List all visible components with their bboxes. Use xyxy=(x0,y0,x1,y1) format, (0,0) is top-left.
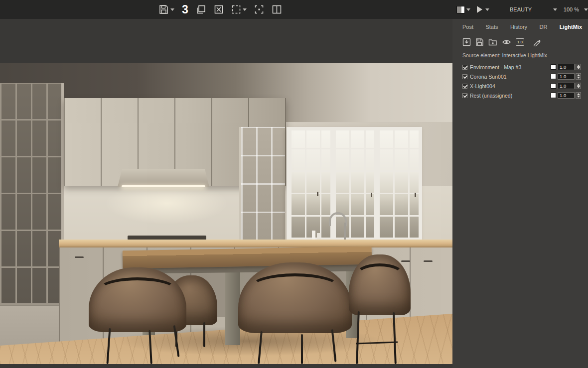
compare-button[interactable] xyxy=(272,4,282,14)
reset-values-badge: 1.0 xyxy=(517,40,523,44)
chair-leg xyxy=(203,322,205,347)
spinner-up-icon[interactable] xyxy=(577,93,580,95)
lightmix-layer-row: Rest (unassigned) 1.0 xyxy=(452,91,588,100)
render-viewport[interactable] xyxy=(0,19,452,368)
layer-color-swatch[interactable] xyxy=(551,83,556,89)
window-mullions xyxy=(290,130,330,239)
duplicate-icon xyxy=(196,4,206,14)
save-lightmix-icon xyxy=(475,38,484,46)
window-mullions xyxy=(378,130,419,239)
layer-intensity-input[interactable]: 1.0 xyxy=(558,83,575,89)
compare-icon xyxy=(272,4,282,14)
zoom-value: 100 % xyxy=(564,6,579,12)
layer-intensity-input[interactable]: 1.0 xyxy=(558,73,575,80)
render-image xyxy=(0,63,452,364)
layer-checkbox[interactable] xyxy=(462,93,467,98)
region-render-icon xyxy=(231,4,241,14)
zoom-caret xyxy=(584,8,588,11)
layer-checkbox[interactable] xyxy=(462,74,467,79)
layer-name: Corona Sun001 xyxy=(470,74,551,80)
window-pane-left xyxy=(290,130,330,239)
reset-values-button[interactable]: 1.0 xyxy=(516,38,524,46)
load-lightmix-button[interactable] xyxy=(488,38,497,46)
chair-trim xyxy=(249,273,341,302)
window-handles xyxy=(317,192,318,196)
layer-intensity-input[interactable]: 1.0 xyxy=(558,64,575,70)
layer-color-swatch[interactable] xyxy=(551,64,556,70)
tab-lightmix[interactable]: LightMix xyxy=(560,24,582,30)
fit-view-icon xyxy=(254,4,264,14)
tab-stats[interactable]: Stats xyxy=(485,24,498,30)
zoom-select[interactable]: 100 % xyxy=(564,6,588,12)
pick-light-button[interactable] xyxy=(533,38,542,46)
tab-post[interactable]: Post xyxy=(462,24,473,30)
fit-view-button[interactable] xyxy=(254,4,264,14)
layer-intensity-input[interactable]: 1.0 xyxy=(558,92,575,99)
lightmix-layer-list: Environment - Map #3 1.0 Corona Sun001 1… xyxy=(452,58,588,100)
layer-checkbox[interactable] xyxy=(462,84,467,89)
layer-intensity-spinner[interactable] xyxy=(576,92,581,99)
load-lightmix-icon xyxy=(488,38,497,46)
layer-intensity-spinner[interactable] xyxy=(576,73,581,80)
clear-button[interactable] xyxy=(214,4,224,14)
chair-trim xyxy=(98,277,177,303)
counter-items xyxy=(312,231,315,241)
layer-name: Environment - Map #3 xyxy=(470,64,551,70)
spinner-up-icon[interactable] xyxy=(577,84,580,86)
chair-trim xyxy=(355,263,405,287)
corona-vfb-window: 3 xyxy=(0,0,588,368)
color-swatch xyxy=(456,6,465,13)
kitchen-hood-light-strip xyxy=(122,185,205,187)
lightmix-layer-row: Environment - Map #3 1.0 xyxy=(452,62,588,72)
kitchen-window xyxy=(287,127,422,243)
layer-color-swatch[interactable] xyxy=(551,93,556,98)
save-dropdown-caret[interactable] xyxy=(170,8,174,11)
clear-icon xyxy=(214,4,224,14)
layer-color-swatch[interactable] xyxy=(551,74,556,79)
lightmix-layer-row: X-Light004 1.0 xyxy=(452,81,588,91)
window-pane-right xyxy=(378,130,419,239)
toolbar-right-group: BEAUTY 100 % xyxy=(454,0,588,19)
save-icon xyxy=(158,4,169,14)
visibility-icon xyxy=(502,38,511,46)
spinner-down-icon[interactable] xyxy=(577,96,580,98)
render-element-select[interactable]: BEAUTY xyxy=(510,6,557,12)
layer-name: X-Light004 xyxy=(470,83,551,89)
save-button[interactable] xyxy=(158,4,174,14)
duplicate-button[interactable] xyxy=(196,4,206,14)
spinner-up-icon[interactable] xyxy=(577,74,580,76)
kitchen-tall-glass-cabinet xyxy=(239,127,285,242)
save-to-file-button[interactable] xyxy=(462,38,471,46)
cabinet-handles xyxy=(75,256,84,258)
swatch-dropdown-caret[interactable] xyxy=(466,8,470,11)
layer-intensity-spinner[interactable] xyxy=(576,64,581,70)
kitchen-left-glass-cabinet xyxy=(0,83,64,305)
visibility-button[interactable] xyxy=(502,38,511,46)
tab-history[interactable]: History xyxy=(510,24,527,30)
spinner-down-icon[interactable] xyxy=(577,67,580,69)
render-element-caret xyxy=(553,8,557,11)
layer-intensity-spinner[interactable] xyxy=(576,83,581,89)
region-render-button[interactable] xyxy=(231,4,247,14)
lightmix-layer-row: Corona Sun001 1.0 xyxy=(452,72,588,81)
spinner-down-icon[interactable] xyxy=(577,86,580,88)
kitchen-range-hood xyxy=(118,169,209,187)
kitchen-hood-light-glow xyxy=(105,182,229,225)
color-swatch-button[interactable] xyxy=(456,6,470,13)
kitchen-countertop xyxy=(59,240,452,247)
panel-tabs: Post Stats History DR LightMix xyxy=(452,19,588,30)
render-play-icon[interactable] xyxy=(477,6,482,13)
chair-leg xyxy=(301,334,303,364)
save-lightmix-button[interactable] xyxy=(475,38,484,46)
layer-checkbox[interactable] xyxy=(462,65,467,70)
layer-name: Rest (unassigned) xyxy=(470,93,551,99)
region-dropdown-caret[interactable] xyxy=(243,8,247,11)
history-count: 3 xyxy=(182,0,188,19)
tab-dr[interactable]: DR xyxy=(540,24,548,30)
render-element-value: BEAUTY xyxy=(510,6,532,12)
side-panel: Post Stats History DR LightMix xyxy=(452,19,588,368)
spinner-up-icon[interactable] xyxy=(577,65,580,67)
play-dropdown-caret[interactable] xyxy=(485,8,489,11)
spinner-down-icon[interactable] xyxy=(577,77,580,79)
pick-light-icon xyxy=(533,38,542,46)
